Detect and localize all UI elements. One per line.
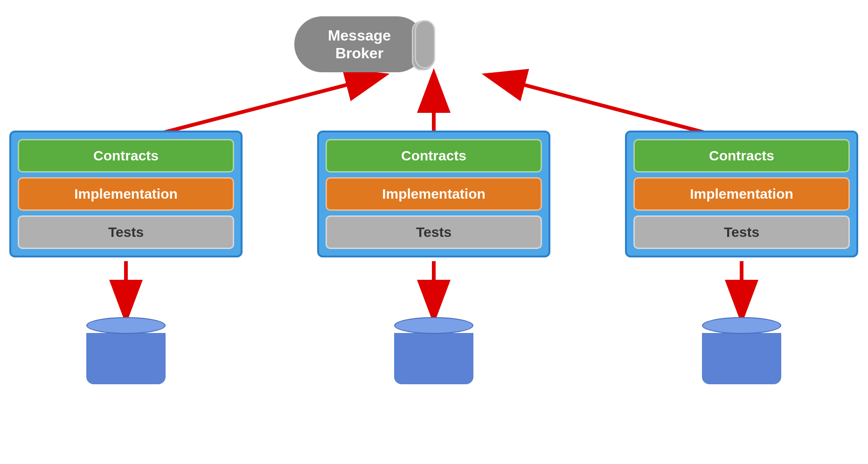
broker-label: Message Broker [328, 27, 391, 62]
left-tests-layer: Tests [18, 215, 234, 249]
db-top-left [86, 317, 166, 334]
right-service-box: Contracts Implementation Tests [625, 131, 858, 257]
event-store-db: Event Store [86, 317, 166, 419]
db-top-right [702, 317, 781, 334]
message-broker: Message Broker [294, 12, 425, 77]
db-top-center [394, 317, 473, 334]
left-service-box: Contracts Implementation Tests [9, 131, 243, 257]
diagram-container: Message Broker Contracts Implementation … [0, 0, 868, 464]
document-db-label: Document DB [712, 390, 771, 419]
db-body-left [86, 333, 166, 384]
center-service-box: Contracts Implementation Tests [317, 131, 550, 257]
right-tests-layer: Tests [633, 215, 850, 249]
right-implementation-layer: Implementation [633, 177, 850, 211]
document-db: Document DB [702, 317, 781, 419]
center-contracts-layer: Contracts [326, 139, 542, 173]
left-contracts-layer: Contracts [18, 139, 234, 173]
center-implementation-layer: Implementation [326, 177, 542, 211]
event-store-label: Event Store [110, 390, 143, 419]
left-implementation-layer: Implementation [18, 177, 234, 211]
relational-db: Relational DB [394, 317, 473, 419]
right-contracts-layer: Contracts [633, 139, 850, 173]
db-body-center [394, 333, 473, 384]
db-body-right [702, 333, 781, 384]
center-tests-layer: Tests [326, 215, 542, 249]
relational-db-label: Relational DB [405, 390, 463, 419]
